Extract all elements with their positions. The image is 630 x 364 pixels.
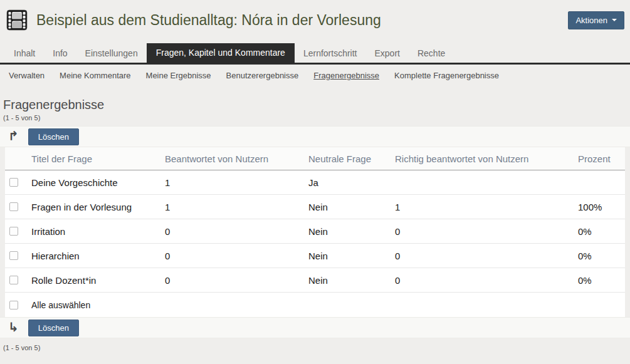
row-checkbox[interactable]: [9, 202, 18, 211]
delete-button-bottom[interactable]: Löschen: [28, 320, 79, 336]
row-checkbox[interactable]: [9, 276, 18, 284]
row-checkbox-cell: [5, 202, 31, 211]
cell-question-title: Fragen in der Vorlesung: [31, 202, 165, 212]
section-heading: Fragenergebnisse: [3, 98, 630, 112]
column-header-percent: Prozent: [578, 153, 625, 164]
arrow-up-right-icon: ↱: [8, 130, 19, 142]
tab[interactable]: Inhalt: [5, 44, 44, 63]
question-results-table: Titel der Frage Beantwortet von Nutzern …: [5, 147, 625, 317]
delete-button-top[interactable]: Löschen: [28, 128, 79, 145]
tab-bar: Inhalt Info Einstellungen Fragen, Kapite…: [0, 43, 630, 65]
row-checkbox-cell: [5, 276, 31, 284]
row-checkbox-cell: [5, 178, 31, 187]
cell-question-title: Irritation: [31, 226, 165, 237]
top-toolbar: ↱ Löschen: [0, 126, 630, 147]
table-header-row: Titel der Frage Beantwortet von Nutzern …: [5, 147, 625, 170]
cell-answered-count: 1: [165, 202, 308, 212]
table-row: Deine Vorgeschichte 1 Ja: [5, 170, 625, 195]
cell-neutral: Ja: [308, 177, 395, 188]
page-header: Beispiel aus dem Studienalltag: Nóra in …: [0, 0, 630, 38]
page-title: Beispiel aus dem Studienalltag: Nóra in …: [36, 12, 568, 29]
row-checkbox-cell: [5, 227, 31, 236]
row-checkbox-cell: [5, 251, 31, 260]
cell-percent: 0%: [578, 226, 625, 237]
row-checkbox[interactable]: [9, 227, 18, 236]
cell-percent: 100%: [578, 202, 625, 212]
cell-answered-count: 1: [165, 177, 308, 188]
table-row: Fragen in der Vorlesung 1 Nein 1 100%: [5, 195, 625, 219]
cell-question-title: Hierarchien: [31, 251, 165, 261]
column-header-title: Titel der Frage: [31, 153, 165, 164]
actions-button[interactable]: Aktionen: [568, 11, 624, 29]
pagination-bottom: (1 - 5 von 5): [3, 344, 630, 351]
select-all-checkbox-cell: [5, 301, 31, 309]
column-header-correct: Richtig beantwortet von Nutzern: [395, 153, 578, 164]
page: Beispiel aus dem Studienalltag: Nóra in …: [0, 0, 630, 351]
cell-percent: 0%: [578, 275, 625, 286]
cell-correct-count: 1: [395, 202, 578, 212]
cell-percent: 0%: [578, 251, 625, 261]
table-row: Rolle Dozent*in 0 Nein 0 0%: [5, 268, 625, 293]
cell-neutral: Nein: [308, 251, 395, 261]
chevron-down-icon: [612, 19, 617, 21]
cell-neutral: Nein: [308, 275, 395, 286]
subtab-bar: Verwalten Meine Kommentare Meine Ergebni…: [0, 65, 630, 87]
film-strip-icon: [6, 9, 28, 31]
subtab[interactable]: Meine Kommentare: [60, 71, 130, 80]
column-header-answered: Beantwortet von Nutzern: [165, 153, 308, 164]
subtab[interactable]: Fragenergebnisse: [313, 71, 379, 80]
tab[interactable]: Lernfortschritt: [295, 44, 366, 63]
cell-answered-count: 0: [165, 251, 308, 261]
cell-correct-count: 0: [395, 275, 578, 286]
tab[interactable]: Info: [44, 44, 76, 63]
bottom-toolbar: ↳ Löschen: [0, 317, 630, 338]
row-checkbox[interactable]: [9, 251, 18, 260]
row-checkbox[interactable]: [9, 178, 18, 187]
tab[interactable]: Fragen, Kapitel und Kommentare: [147, 43, 295, 63]
cell-question-title: Rolle Dozent*in: [31, 275, 165, 286]
select-all-row: Alle auswählen: [5, 293, 625, 317]
arrow-down-right-icon: ↳: [8, 321, 19, 333]
column-header-neutral: Neutrale Frage: [308, 153, 395, 164]
pagination-top: (1 - 5 von 5): [3, 114, 630, 122]
cell-answered-count: 0: [165, 275, 308, 286]
cell-correct-count: 0: [395, 251, 578, 261]
subtab[interactable]: Meine Ergebnisse: [146, 71, 211, 80]
cell-correct-count: 0: [395, 226, 578, 237]
cell-neutral: Nein: [308, 226, 395, 237]
select-all-checkbox[interactable]: [9, 301, 18, 309]
tab[interactable]: Export: [366, 44, 409, 63]
select-all-label: Alle auswählen: [31, 300, 625, 310]
table-row: Hierarchien 0 Nein 0 0%: [5, 244, 625, 268]
cell-neutral: Nein: [308, 202, 395, 212]
main-content: Fragenergebnisse (1 - 5 von 5) ↱ Löschen…: [0, 98, 630, 351]
cell-answered-count: 0: [165, 226, 308, 237]
table-row: Irritation 0 Nein 0 0%: [5, 219, 625, 244]
subtab[interactable]: Komplette Fragenergebnisse: [394, 71, 499, 80]
cell-question-title: Deine Vorgeschichte: [31, 177, 165, 188]
subtab[interactable]: Benutzerergebnisse: [226, 71, 299, 80]
tab[interactable]: Einstellungen: [76, 44, 147, 63]
subtab[interactable]: Verwalten: [9, 71, 45, 80]
actions-button-label: Aktionen: [575, 16, 607, 25]
tab[interactable]: Rechte: [409, 44, 454, 63]
